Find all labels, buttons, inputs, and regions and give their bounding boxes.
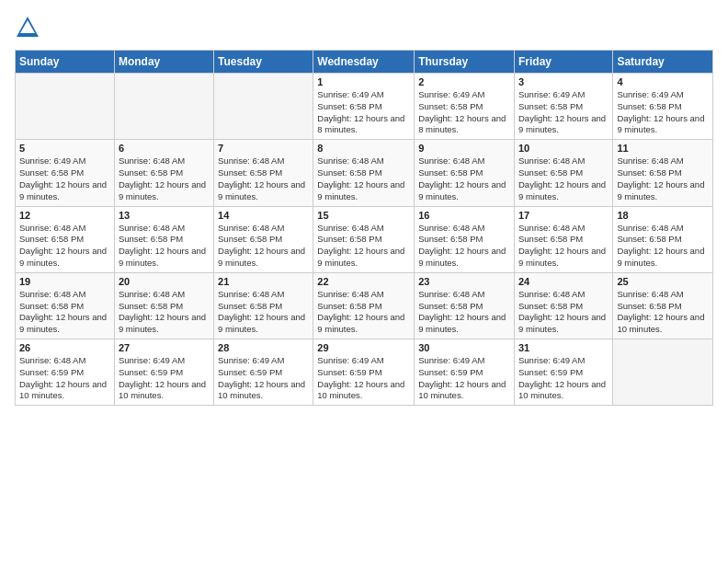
day-number: 26 bbox=[19, 342, 110, 353]
calendar-cell: 25Sunrise: 6:48 AM Sunset: 6:58 PM Dayli… bbox=[613, 272, 713, 339]
day-number: 18 bbox=[617, 210, 709, 221]
logo-icon bbox=[15, 15, 40, 40]
calendar-cell bbox=[214, 74, 313, 140]
day-number: 1 bbox=[317, 76, 410, 87]
week-row-3: 12Sunrise: 6:48 AM Sunset: 6:58 PM Dayli… bbox=[16, 206, 713, 272]
calendar-cell: 8Sunrise: 6:48 AM Sunset: 6:58 PM Daylig… bbox=[313, 140, 415, 206]
day-info: Sunrise: 6:48 AM Sunset: 6:58 PM Dayligh… bbox=[19, 223, 110, 270]
calendar-cell: 17Sunrise: 6:48 AM Sunset: 6:58 PM Dayli… bbox=[514, 206, 612, 272]
day-number: 27 bbox=[119, 342, 210, 353]
day-number: 30 bbox=[418, 342, 510, 353]
day-number: 14 bbox=[218, 210, 309, 221]
day-info: Sunrise: 6:49 AM Sunset: 6:59 PM Dayligh… bbox=[119, 355, 210, 402]
day-info: Sunrise: 6:49 AM Sunset: 6:59 PM Dayligh… bbox=[218, 355, 309, 402]
calendar-cell: 6Sunrise: 6:48 AM Sunset: 6:58 PM Daylig… bbox=[114, 140, 213, 206]
calendar-cell: 5Sunrise: 6:49 AM Sunset: 6:58 PM Daylig… bbox=[16, 140, 115, 206]
day-info: Sunrise: 6:49 AM Sunset: 6:58 PM Dayligh… bbox=[19, 155, 110, 202]
day-info: Sunrise: 6:48 AM Sunset: 6:58 PM Dayligh… bbox=[418, 155, 510, 202]
day-info: Sunrise: 6:48 AM Sunset: 6:58 PM Dayligh… bbox=[418, 223, 510, 270]
day-info: Sunrise: 6:48 AM Sunset: 6:59 PM Dayligh… bbox=[19, 355, 110, 402]
day-number: 7 bbox=[218, 143, 309, 154]
calendar-cell: 2Sunrise: 6:49 AM Sunset: 6:58 PM Daylig… bbox=[415, 74, 515, 140]
weekday-header-friday: Friday bbox=[514, 51, 612, 74]
day-number: 11 bbox=[617, 143, 709, 154]
calendar-cell: 9Sunrise: 6:48 AM Sunset: 6:58 PM Daylig… bbox=[415, 140, 515, 206]
day-number: 23 bbox=[418, 276, 510, 287]
day-number: 12 bbox=[19, 210, 110, 221]
weekday-header-monday: Monday bbox=[114, 51, 213, 74]
week-row-5: 26Sunrise: 6:48 AM Sunset: 6:59 PM Dayli… bbox=[16, 339, 713, 406]
day-number: 8 bbox=[317, 143, 410, 154]
calendar-cell: 26Sunrise: 6:48 AM Sunset: 6:59 PM Dayli… bbox=[16, 339, 115, 406]
day-info: Sunrise: 6:48 AM Sunset: 6:58 PM Dayligh… bbox=[218, 289, 309, 336]
day-number: 24 bbox=[518, 276, 609, 287]
calendar-cell: 16Sunrise: 6:48 AM Sunset: 6:58 PM Dayli… bbox=[415, 206, 515, 272]
day-number: 28 bbox=[218, 342, 309, 353]
day-number: 22 bbox=[317, 276, 410, 287]
calendar-cell: 3Sunrise: 6:49 AM Sunset: 6:58 PM Daylig… bbox=[514, 74, 612, 140]
calendar-cell: 20Sunrise: 6:48 AM Sunset: 6:58 PM Dayli… bbox=[114, 272, 213, 339]
calendar-cell: 29Sunrise: 6:49 AM Sunset: 6:59 PM Dayli… bbox=[313, 339, 415, 406]
day-number: 9 bbox=[418, 143, 510, 154]
day-info: Sunrise: 6:49 AM Sunset: 6:58 PM Dayligh… bbox=[518, 89, 609, 136]
day-info: Sunrise: 6:48 AM Sunset: 6:58 PM Dayligh… bbox=[518, 155, 609, 202]
day-info: Sunrise: 6:48 AM Sunset: 6:58 PM Dayligh… bbox=[317, 155, 410, 202]
calendar-cell: 27Sunrise: 6:49 AM Sunset: 6:59 PM Dayli… bbox=[114, 339, 213, 406]
day-info: Sunrise: 6:49 AM Sunset: 6:58 PM Dayligh… bbox=[317, 89, 410, 136]
day-info: Sunrise: 6:48 AM Sunset: 6:58 PM Dayligh… bbox=[317, 289, 410, 336]
calendar-cell bbox=[613, 339, 713, 406]
day-number: 6 bbox=[119, 143, 210, 154]
logo bbox=[15, 15, 44, 40]
day-info: Sunrise: 6:48 AM Sunset: 6:58 PM Dayligh… bbox=[317, 223, 410, 270]
day-number: 25 bbox=[617, 276, 709, 287]
calendar-cell: 12Sunrise: 6:48 AM Sunset: 6:58 PM Dayli… bbox=[16, 206, 115, 272]
day-info: Sunrise: 6:48 AM Sunset: 6:58 PM Dayligh… bbox=[218, 223, 309, 270]
weekday-header-thursday: Thursday bbox=[415, 51, 515, 74]
day-number: 13 bbox=[119, 210, 210, 221]
calendar-cell: 31Sunrise: 6:49 AM Sunset: 6:59 PM Dayli… bbox=[514, 339, 612, 406]
day-number: 16 bbox=[418, 210, 510, 221]
weekday-header-sunday: Sunday bbox=[16, 51, 115, 74]
day-info: Sunrise: 6:49 AM Sunset: 6:58 PM Dayligh… bbox=[418, 89, 510, 136]
weekday-header-saturday: Saturday bbox=[613, 51, 713, 74]
day-info: Sunrise: 6:48 AM Sunset: 6:58 PM Dayligh… bbox=[19, 289, 110, 336]
day-number: 19 bbox=[19, 276, 110, 287]
day-number: 17 bbox=[518, 210, 609, 221]
calendar-cell: 21Sunrise: 6:48 AM Sunset: 6:58 PM Dayli… bbox=[214, 272, 313, 339]
day-info: Sunrise: 6:48 AM Sunset: 6:58 PM Dayligh… bbox=[119, 289, 210, 336]
day-info: Sunrise: 6:48 AM Sunset: 6:58 PM Dayligh… bbox=[119, 223, 210, 270]
calendar-cell: 24Sunrise: 6:48 AM Sunset: 6:58 PM Dayli… bbox=[514, 272, 612, 339]
day-info: Sunrise: 6:48 AM Sunset: 6:58 PM Dayligh… bbox=[617, 155, 709, 202]
calendar-cell: 1Sunrise: 6:49 AM Sunset: 6:58 PM Daylig… bbox=[313, 74, 415, 140]
calendar-cell: 23Sunrise: 6:48 AM Sunset: 6:58 PM Dayli… bbox=[415, 272, 515, 339]
calendar-cell: 19Sunrise: 6:48 AM Sunset: 6:58 PM Dayli… bbox=[16, 272, 115, 339]
day-number: 5 bbox=[19, 143, 110, 154]
day-info: Sunrise: 6:48 AM Sunset: 6:58 PM Dayligh… bbox=[418, 289, 510, 336]
day-info: Sunrise: 6:48 AM Sunset: 6:58 PM Dayligh… bbox=[617, 223, 709, 270]
week-row-4: 19Sunrise: 6:48 AM Sunset: 6:58 PM Dayli… bbox=[16, 272, 713, 339]
calendar-cell: 22Sunrise: 6:48 AM Sunset: 6:58 PM Dayli… bbox=[313, 272, 415, 339]
day-number: 15 bbox=[317, 210, 410, 221]
calendar: SundayMondayTuesdayWednesdayThursdayFrid… bbox=[15, 50, 713, 406]
calendar-cell: 4Sunrise: 6:49 AM Sunset: 6:58 PM Daylig… bbox=[613, 74, 713, 140]
calendar-cell: 28Sunrise: 6:49 AM Sunset: 6:59 PM Dayli… bbox=[214, 339, 313, 406]
calendar-cell: 30Sunrise: 6:49 AM Sunset: 6:59 PM Dayli… bbox=[415, 339, 515, 406]
day-number: 3 bbox=[518, 76, 609, 87]
day-info: Sunrise: 6:48 AM Sunset: 6:58 PM Dayligh… bbox=[119, 155, 210, 202]
calendar-cell: 13Sunrise: 6:48 AM Sunset: 6:58 PM Dayli… bbox=[114, 206, 213, 272]
calendar-cell: 15Sunrise: 6:48 AM Sunset: 6:58 PM Dayli… bbox=[313, 206, 415, 272]
weekday-header-row: SundayMondayTuesdayWednesdayThursdayFrid… bbox=[16, 51, 713, 74]
day-info: Sunrise: 6:49 AM Sunset: 6:58 PM Dayligh… bbox=[617, 89, 709, 136]
calendar-cell: 7Sunrise: 6:48 AM Sunset: 6:58 PM Daylig… bbox=[214, 140, 313, 206]
day-info: Sunrise: 6:48 AM Sunset: 6:58 PM Dayligh… bbox=[218, 155, 309, 202]
weekday-header-tuesday: Tuesday bbox=[214, 51, 313, 74]
calendar-cell: 11Sunrise: 6:48 AM Sunset: 6:58 PM Dayli… bbox=[613, 140, 713, 206]
day-number: 4 bbox=[617, 76, 709, 87]
calendar-cell: 14Sunrise: 6:48 AM Sunset: 6:58 PM Dayli… bbox=[214, 206, 313, 272]
page: SundayMondayTuesdayWednesdayThursdayFrid… bbox=[0, 0, 728, 563]
day-number: 2 bbox=[418, 76, 510, 87]
day-info: Sunrise: 6:48 AM Sunset: 6:58 PM Dayligh… bbox=[518, 289, 609, 336]
calendar-cell: 18Sunrise: 6:48 AM Sunset: 6:58 PM Dayli… bbox=[613, 206, 713, 272]
weekday-header-wednesday: Wednesday bbox=[313, 51, 415, 74]
day-info: Sunrise: 6:49 AM Sunset: 6:59 PM Dayligh… bbox=[518, 355, 609, 402]
